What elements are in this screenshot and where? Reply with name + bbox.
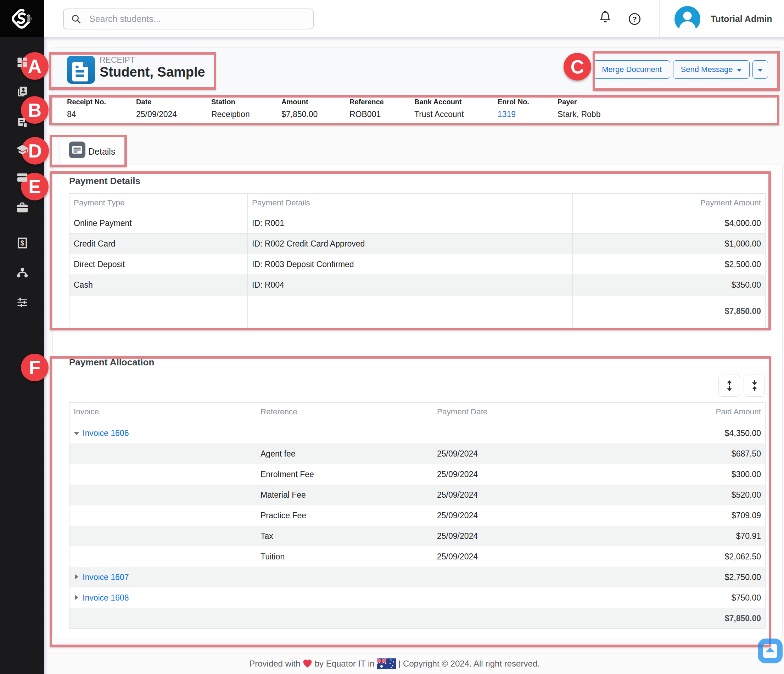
svg-text:?: ? <box>632 15 636 23</box>
